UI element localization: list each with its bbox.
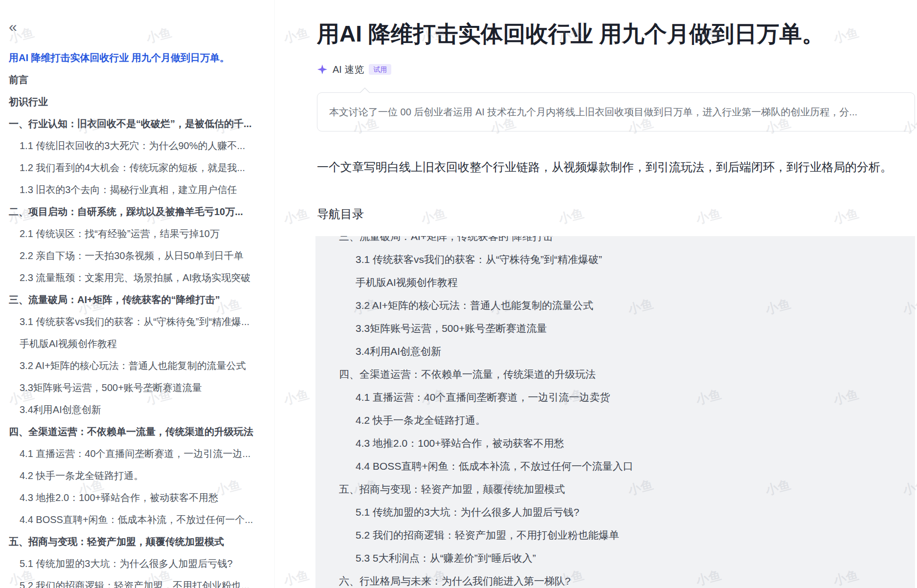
sidebar-item[interactable]: 1.1 传统旧衣回收的3大死穴：为什么90%的人赚不... — [0, 135, 275, 157]
intro-paragraph: 一个文章写明白线上旧衣回收整个行业链路，从视频爆款制作，到引流玩法，到后端闭环，… — [317, 159, 917, 175]
sidebar-item[interactable]: 4.4 BOSS直聘+闲鱼：低成本补流，不放过任何一个... — [0, 509, 275, 531]
toc-item[interactable]: 手机版AI视频创作教程 — [315, 271, 915, 294]
sidebar-item[interactable]: 3.1 传统获客vs我们的获客：从“守株待兔”到“精准爆... — [0, 311, 275, 333]
sidebar-item-active[interactable]: 用AI 降维打击实体回收行业 用九个月做到日万单。 — [0, 47, 275, 69]
nav-directory-heading: 导航目录 — [317, 206, 917, 222]
sidebar-item[interactable]: 4.3 地推2.0：100+驿站合作，被动获客不用愁 — [0, 487, 275, 509]
sidebar-item[interactable]: 3.3矩阵账号运营，500+账号垄断赛道流量 — [0, 377, 275, 399]
toc-item[interactable]: 3.2 AI+矩阵的核心玩法：普通人也能复制的流量公式 — [315, 294, 915, 317]
sidebar-item[interactable]: 2.1 传统误区：找“有经验”运营，结果亏掉10万 — [0, 223, 275, 245]
trial-badge: 试用 — [369, 64, 391, 75]
toc-item[interactable]: 4.1 直播运营：40个直播间垄断赛道，一边引流一边卖货 — [315, 386, 915, 409]
sidebar-item[interactable]: 5.2 我们的招商逻辑：轻资产加盟，不用打创业粉也... — [0, 575, 275, 588]
toc-item[interactable]: 五、招商与变现：轻资产加盟，颠覆传统加盟模式 — [315, 478, 915, 501]
ai-overview-label: AI 速览 — [333, 63, 364, 76]
toc-item[interactable]: 4.4 BOSS直聘+闲鱼：低成本补流，不放过任何一个流量入口 — [315, 455, 915, 478]
ai-overview-toggle[interactable]: AI 速览 试用 — [317, 62, 917, 77]
watermark-text: 小鱼 — [282, 24, 311, 47]
nav-directory-panel: 三、流量破局：AI+矩阵，传统获客的“降维打击”3.1 传统获客vs我们的获客：… — [315, 236, 915, 588]
sidebar-item[interactable]: 1.2 我们看到的4大机会：传统玩家的短板，就是我... — [0, 157, 275, 179]
sidebar-item[interactable]: 2.3 流量瓶颈：文案用完、场景拍腻，AI救场实现突破 — [0, 267, 275, 289]
sidebar-item[interactable]: 前言 — [0, 69, 275, 91]
watermark-text: 小鱼 — [282, 566, 311, 588]
toc-item[interactable]: 3.4利用AI创意创新 — [315, 340, 915, 363]
main-content: 用AI 降维打击实体回收行业 用九个月做到日万单。 AI 速览 试用 本文讨论了… — [317, 0, 917, 588]
sidebar-item[interactable]: 4.1 直播运营：40个直播间垄断赛道，一边引流一边... — [0, 443, 275, 465]
toc-item[interactable]: 三、流量破局：AI+矩阵，传统获客的“降维打击” — [315, 236, 915, 248]
toc-sidebar: « 用AI 降维打击实体回收行业 用九个月做到日万单。前言初识行业一、行业认知：… — [0, 0, 275, 588]
toc-item[interactable]: 5.1 传统加盟的3大坑：为什么很多人加盟后亏钱? — [315, 501, 915, 523]
toc-item[interactable]: 四、全渠道运营：不依赖单一流量，传统渠道的升级玩法 — [315, 363, 915, 386]
sidebar-item[interactable]: 4.2 快手一条龙全链路打通。 — [0, 465, 275, 487]
sidebar-item[interactable]: 5.1 传统加盟的3大坑：为什么很多人加盟后亏钱? — [0, 553, 275, 575]
sidebar-item[interactable]: 四、全渠道运营：不依赖单一流量，传统渠道的升级玩法 — [0, 421, 275, 443]
watermark-text: 小鱼 — [282, 205, 311, 228]
toc-item[interactable]: 4.2 快手一条龙全链路打通。 — [315, 409, 915, 432]
toc-item[interactable]: 4.3 地推2.0：100+驿站合作，被动获客不用愁 — [315, 432, 915, 455]
toc-item[interactable]: 5.2 我们的招商逻辑：轻资产加盟，不用打创业粉也能爆单 — [315, 523, 915, 546]
sidebar-item[interactable]: 五、招商与变现：轻资产加盟，颠覆传统加盟模式 — [0, 531, 275, 553]
ai-summary-text: 本文讨论了一位 00 后创业者运用 AI 技术在九个月内将线上旧衣回收项目做到日… — [317, 93, 915, 131]
toc-item[interactable]: 3.3矩阵账号运营，500+账号垄断赛道流量 — [315, 317, 915, 340]
sidebar-item[interactable]: 3.2 AI+矩阵的核心玩法：普通人也能复制的流量公式 — [0, 355, 275, 377]
sidebar-toc: 用AI 降维打击实体回收行业 用九个月做到日万单。前言初识行业一、行业认知：旧衣… — [0, 47, 275, 588]
toc-item[interactable]: 3.1 传统获客vs我们的获客：从“守株待兔”到“精准爆破” — [315, 248, 915, 271]
ai-sparkle-icon — [317, 64, 328, 75]
sidebar-item[interactable]: 手机版AI视频创作教程 — [0, 333, 275, 355]
sidebar-item[interactable]: 3.4利用AI创意创新 — [0, 399, 275, 421]
sidebar-item[interactable]: 三、流量破局：AI+矩阵，传统获客的“降维打击” — [0, 289, 275, 311]
sidebar-collapse-icon[interactable]: « — [9, 20, 17, 34]
toc-item[interactable]: 5.3 5大利润点：从“赚差价”到“睡后收入” — [315, 546, 915, 569]
sidebar-item[interactable]: 一、行业认知：旧衣回收不是“收破烂”，是被低估的千... — [0, 113, 275, 135]
sidebar-item[interactable]: 1.3 旧衣的3个去向：揭秘行业真相，建立用户信任 — [0, 179, 275, 201]
document-page: { "watermark": { "text": "小鱼" }, "sideba… — [0, 0, 917, 588]
watermark-text: 小鱼 — [282, 386, 311, 409]
sidebar-item[interactable]: 二、项目启动：自研系统，踩坑以及被撸羊毛亏10万... — [0, 201, 275, 223]
toc-item[interactable]: 六、行业格局与未来：为什么我们能进入第一梯队? — [315, 569, 915, 588]
sidebar-item[interactable]: 初识行业 — [0, 91, 275, 113]
sidebar-item[interactable]: 2.2 亲自下场：一天拍30条视频，从日50单到日千单 — [0, 245, 275, 267]
nav-directory-list: 三、流量破局：AI+矩阵，传统获客的“降维打击”3.1 传统获客vs我们的获客：… — [315, 236, 915, 588]
page-title: 用AI 降维打击实体回收行业 用九个月做到日万单。 — [317, 21, 917, 47]
ai-summary-box: 本文讨论了一位 00 后创业者运用 AI 技术在九个月内将线上旧衣回收项目做到日… — [317, 92, 915, 131]
